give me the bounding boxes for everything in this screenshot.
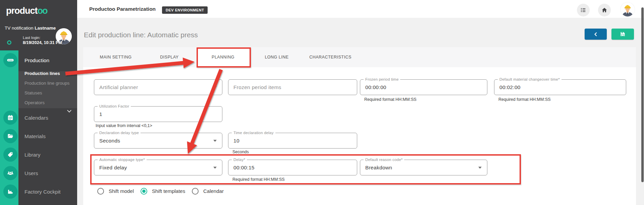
productoo-logo[interactable]: productoo bbox=[6, 6, 47, 16]
sidebar-item-label: Materials bbox=[24, 127, 46, 146]
field-value: 00:00:00 bbox=[365, 84, 386, 90]
last-login-label: Last login: bbox=[23, 36, 40, 40]
radio-label: Calendar bbox=[203, 188, 224, 194]
helper-text: Required format HH:MM:SS bbox=[498, 97, 551, 102]
sidebar-item-materials[interactable]: Materials bbox=[0, 127, 77, 146]
notification-label: TV notification Lastname bbox=[5, 26, 56, 31]
radio-label: Shift model bbox=[109, 188, 134, 194]
notification-name: Lastname bbox=[35, 26, 56, 31]
factory-icon[interactable] bbox=[3, 184, 17, 199]
sidebar-subitem-production-lines[interactable]: Production lines bbox=[24, 71, 60, 76]
sidebar-item-label: Library bbox=[24, 146, 40, 164]
sidebar-subitem-operators[interactable]: Operators bbox=[24, 100, 45, 105]
sidebar-item-label: Production bbox=[24, 51, 49, 70]
dropdown-caret-icon bbox=[213, 140, 217, 142]
notification-prefix: TV notification bbox=[5, 26, 35, 31]
env-badge: DEV ENVIRONMENT bbox=[162, 6, 208, 14]
sidebar: productoo TV notification Lastname Last … bbox=[0, 0, 77, 205]
tab-long-line[interactable]: LONG LINE bbox=[250, 47, 304, 67]
logo-text-left: product bbox=[6, 6, 38, 16]
back-button[interactable] bbox=[585, 29, 607, 40]
topbar-avatar[interactable] bbox=[621, 2, 635, 16]
radio-circle-icon bbox=[141, 188, 147, 195]
artificial-planner-select[interactable]: Artificial planner bbox=[94, 79, 222, 95]
field-label: Declaration delay type bbox=[98, 131, 141, 135]
default-material-changeover-time-input[interactable]: Default material changeover time* 00:02:… bbox=[494, 79, 626, 95]
field-value: Seconds bbox=[99, 138, 120, 144]
sidebar-item-production[interactable]: Production bbox=[0, 51, 77, 70]
radio-label: Shift templates bbox=[152, 188, 185, 194]
production-icon[interactable] bbox=[3, 53, 17, 67]
save-icon bbox=[620, 31, 626, 37]
dropdown-caret-icon bbox=[213, 86, 217, 88]
list-icon bbox=[580, 7, 586, 13]
home-icon bbox=[601, 7, 607, 13]
sidebar-item-library[interactable]: Library bbox=[0, 146, 77, 164]
status-ring-icon bbox=[7, 40, 11, 45]
field-label: Frozen period time bbox=[364, 77, 400, 81]
scrollbar-thumb[interactable] bbox=[641, 7, 644, 182]
placeholder-text: Frozen period items bbox=[233, 84, 281, 90]
list-button[interactable] bbox=[577, 4, 590, 16]
radio-circle-icon bbox=[192, 188, 199, 195]
annotation-box-planning-tab bbox=[197, 47, 251, 68]
field-label: Utilization Factor bbox=[98, 104, 131, 108]
frozen-period-time-input[interactable]: Frozen period time 00:00:00 bbox=[360, 79, 487, 95]
sidebar-subitem-statuses[interactable]: Statuses bbox=[24, 90, 42, 95]
page-title: Edit production line: Automatic press bbox=[84, 31, 198, 39]
sidebar-subitem-production-line-groups[interactable]: Production line groups bbox=[24, 81, 69, 86]
users-icon[interactable] bbox=[3, 166, 17, 180]
logo-text-oo: oo bbox=[38, 6, 47, 16]
radio-shift-templates[interactable]: Shift templates bbox=[141, 188, 185, 195]
production-submenu: Production lines Production line groups … bbox=[18, 71, 77, 108]
chevron-left-icon bbox=[593, 32, 598, 37]
sidebar-item-users[interactable]: Users bbox=[0, 164, 77, 182]
app-title: Productoo Parametrization bbox=[89, 0, 156, 18]
home-button[interactable] bbox=[598, 4, 611, 16]
sidebar-item-label: Factory Cockpit bbox=[24, 182, 61, 201]
frozen-period-items-input[interactable]: Frozen period items bbox=[228, 79, 357, 95]
tab-main-setting[interactable]: MAIN SETTING bbox=[89, 47, 143, 67]
tab-display[interactable]: DISPLAY bbox=[143, 47, 196, 67]
utilization-factor-input[interactable]: Utilization Factor 1 bbox=[94, 106, 222, 122]
field-value: 10 bbox=[233, 138, 239, 144]
radio-shift-model[interactable]: Shift model bbox=[97, 188, 134, 195]
declaration-delay-type-select[interactable]: Declaration delay type Seconds bbox=[94, 133, 222, 149]
tab-strip: MAIN SETTING DISPLAY PLANNING LONG LINE … bbox=[83, 47, 636, 67]
field-label: Time declaration delay bbox=[232, 131, 275, 135]
field-label: Default material changeover time* bbox=[498, 77, 561, 81]
folder-icon[interactable] bbox=[3, 129, 17, 143]
field-value: 00:02:00 bbox=[499, 84, 521, 90]
field-value: 1 bbox=[99, 111, 102, 117]
tab-characteristics[interactable]: CHARACTERISTICS bbox=[304, 47, 357, 67]
save-button[interactable] bbox=[611, 29, 634, 40]
placeholder-text: Artificial planner bbox=[99, 84, 138, 90]
time-declaration-delay-input[interactable]: Time declaration delay 10 bbox=[228, 133, 357, 149]
helper-text: Required format HH:MM:SS bbox=[364, 97, 417, 102]
top-bar: Productoo Parametrization DEV ENVIRONMEN… bbox=[77, 0, 644, 18]
helper-text: Seconds bbox=[232, 150, 249, 154]
sidebar-item-label: Calendars bbox=[24, 109, 48, 127]
radio-circle-icon bbox=[97, 188, 104, 195]
tag-icon[interactable] bbox=[3, 148, 17, 162]
last-login-value: 8/19/2024, 10:31 PM bbox=[23, 40, 62, 45]
sidebar-item-factory-cockpit[interactable]: Factory Cockpit bbox=[0, 182, 77, 201]
sidebar-item-calendars[interactable]: Calendars bbox=[0, 109, 77, 127]
radio-calendar[interactable]: Calendar bbox=[192, 188, 224, 195]
helper-text: Input value from interval <0,1> bbox=[96, 123, 152, 128]
radio-selected-dot bbox=[142, 190, 146, 193]
worker-avatar-icon bbox=[621, 2, 635, 16]
calendar-icon[interactable] bbox=[3, 111, 17, 125]
annotation-box-stoppage-row bbox=[90, 154, 521, 184]
sidebar-item-label: Users bbox=[24, 164, 38, 182]
